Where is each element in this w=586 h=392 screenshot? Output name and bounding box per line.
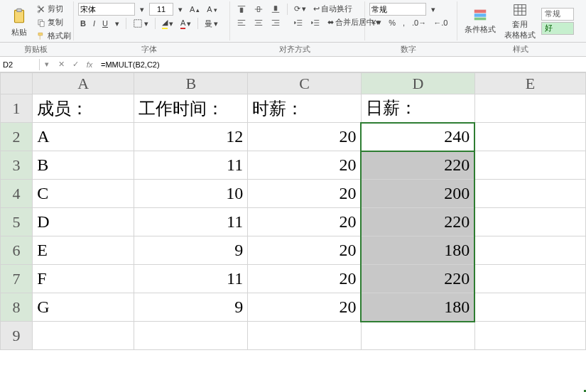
row-head-7[interactable]: 7	[1, 265, 33, 293]
cell-B3[interactable]: 11	[134, 151, 248, 180]
select-all-corner[interactable]	[1, 73, 33, 94]
underline-button[interactable]: U	[100, 18, 110, 28]
cell-D7[interactable]: 220	[361, 265, 474, 293]
cell-D9[interactable]	[361, 322, 474, 350]
cell-B8[interactable]: 9	[134, 293, 248, 322]
cell-B6[interactable]: 9	[134, 236, 248, 265]
paste-button[interactable]: 粘贴	[7, 6, 31, 39]
cell-styles-gallery[interactable]: 常规 好	[541, 8, 574, 35]
cell-B7[interactable]: 11	[134, 265, 248, 293]
cell-B1[interactable]: 工作时间：	[134, 94, 248, 123]
align-bottom-button[interactable]	[268, 4, 283, 15]
cell-E2[interactable]	[474, 123, 585, 151]
row-head-2[interactable]: 2	[1, 123, 33, 151]
underline-dropdown[interactable]: ▾	[113, 18, 121, 29]
cell-E6[interactable]	[474, 236, 585, 265]
col-head-D[interactable]: D	[361, 73, 474, 94]
row-head-3[interactable]: 3	[1, 151, 33, 180]
cell-C5[interactable]: 20	[248, 208, 362, 236]
cell-B2[interactable]: 12	[134, 123, 248, 151]
cell-A1[interactable]: 成员：	[33, 94, 134, 123]
row-head-4[interactable]: 4	[1, 180, 33, 208]
decrease-font-button[interactable]: A▾	[205, 4, 219, 14]
cell-D2[interactable]: 240	[361, 123, 474, 151]
fill-color-button[interactable]: ◢▾	[160, 17, 175, 30]
italic-button[interactable]: I	[91, 18, 97, 28]
cell-C2[interactable]: 20	[248, 123, 362, 151]
font-color-button[interactable]: A▾	[178, 18, 193, 30]
cell-E1[interactable]	[474, 94, 585, 123]
percent-button[interactable]: %	[386, 18, 398, 28]
table-format-button[interactable]: 套用 表格格式	[501, 1, 538, 42]
cell-C8[interactable]: 20	[248, 293, 362, 322]
cell-A4[interactable]: C	[33, 180, 134, 208]
cell-A7[interactable]: F	[33, 265, 134, 293]
number-format-dropdown[interactable]: ▾	[429, 4, 438, 15]
decrease-decimal-button[interactable]: ←.0	[431, 18, 450, 28]
increase-font-button[interactable]: A▴	[188, 4, 202, 14]
row-head-5[interactable]: 5	[1, 208, 33, 236]
cell-E5[interactable]	[474, 208, 585, 236]
cell-D1[interactable]: 日薪：	[361, 94, 474, 123]
orientation-button[interactable]: ⟳▾	[292, 4, 308, 14]
font-size-dropdown[interactable]: ▾	[176, 4, 185, 15]
cell-A8[interactable]: G	[33, 293, 134, 322]
cut-button[interactable]: 剪切	[34, 3, 73, 15]
increase-decimal-button[interactable]: .0→	[410, 18, 428, 28]
col-head-A[interactable]: A	[33, 73, 134, 94]
comma-button[interactable]: ,	[401, 18, 407, 28]
row-head-6[interactable]: 6	[1, 236, 33, 265]
row-head-1[interactable]: 1	[1, 94, 33, 123]
align-center-button[interactable]	[251, 17, 266, 28]
name-box-dropdown[interactable]: ▾	[40, 60, 54, 69]
decrease-indent-button[interactable]	[291, 17, 305, 28]
col-head-C[interactable]: C	[248, 73, 362, 94]
cell-A9[interactable]	[33, 322, 134, 350]
cell-B4[interactable]: 10	[134, 180, 248, 208]
cell-A6[interactable]: E	[33, 236, 134, 265]
cancel-formula-button[interactable]: ✕	[54, 60, 68, 69]
font-size-select[interactable]	[149, 3, 173, 16]
align-top-button[interactable]	[234, 4, 249, 15]
font-name-select[interactable]	[78, 3, 135, 16]
cell-B9[interactable]	[134, 322, 248, 350]
row-head-9[interactable]: 9	[1, 322, 33, 350]
wrap-text-button[interactable]: ↩ 自动换行	[311, 3, 354, 15]
col-head-B[interactable]: B	[134, 73, 248, 94]
align-left-button[interactable]	[234, 17, 249, 28]
cell-D4[interactable]: 200	[361, 180, 474, 208]
cell-D6[interactable]: 180	[361, 236, 474, 265]
border-button[interactable]: ▾	[131, 18, 151, 29]
cell-A5[interactable]: D	[33, 208, 134, 236]
cell-E8[interactable]	[474, 293, 585, 322]
cell-A3[interactable]: B	[33, 151, 134, 180]
cell-E9[interactable]	[474, 322, 585, 350]
row-head-8[interactable]: 8	[1, 293, 33, 322]
cell-C4[interactable]: 20	[248, 180, 362, 208]
copy-button[interactable]: 复制	[34, 16, 73, 28]
col-head-E[interactable]: E	[474, 73, 585, 94]
spreadsheet-grid[interactable]: ABCDE1成员：工作时间：时薪：日薪：2A12202403B11202204C…	[0, 72, 586, 392]
cell-E4[interactable]	[474, 180, 585, 208]
cell-D3[interactable]: 220	[361, 151, 474, 180]
conditional-format-button[interactable]: 条件格式	[462, 6, 499, 36]
style-swatch-normal[interactable]: 常规	[541, 8, 574, 21]
currency-button[interactable]: ¥▾	[369, 17, 384, 28]
cell-D8[interactable]: 180	[361, 293, 474, 322]
cell-D5[interactable]: 220	[361, 208, 474, 236]
increase-indent-button[interactable]	[308, 17, 322, 28]
fill-handle[interactable]	[583, 389, 586, 392]
cell-A2[interactable]: A	[33, 123, 134, 151]
cell-C7[interactable]: 20	[248, 265, 362, 293]
confirm-formula-button[interactable]: ✓	[68, 60, 82, 69]
font-name-dropdown[interactable]: ▾	[138, 4, 146, 15]
style-swatch-good[interactable]: 好	[541, 22, 574, 35]
cell-C1[interactable]: 时薪：	[248, 94, 362, 123]
cell-C3[interactable]: 20	[248, 151, 362, 180]
align-right-button[interactable]	[268, 17, 283, 28]
cell-B5[interactable]: 11	[134, 208, 248, 236]
bold-button[interactable]: B	[78, 18, 88, 28]
cell-E3[interactable]	[474, 151, 585, 180]
cell-C6[interactable]: 20	[248, 236, 362, 265]
format-painter-button[interactable]: 格式刷	[34, 30, 73, 42]
